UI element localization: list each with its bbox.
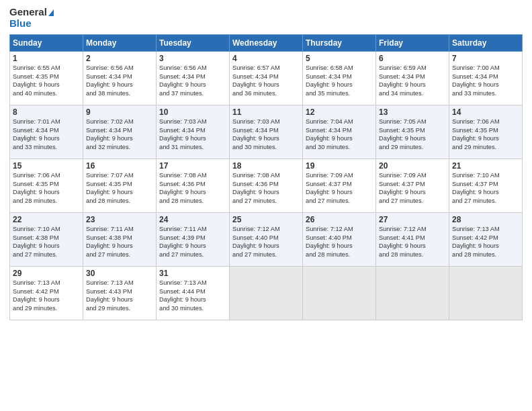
day-number: 17 <box>159 161 226 171</box>
logo: General Blue <box>9 7 54 29</box>
cell-info: Sunrise: 7:03 AMSunset: 4:34 PMDaylight:… <box>232 118 300 151</box>
weekday-thursday: Thursday <box>303 35 376 52</box>
calendar-cell <box>303 267 376 320</box>
calendar-cell: 15Sunrise: 7:06 AMSunset: 4:35 PMDayligh… <box>10 159 83 213</box>
cell-info: Sunrise: 7:00 AMSunset: 4:34 PMDaylight:… <box>452 64 519 97</box>
day-number: 2 <box>86 54 153 63</box>
cell-info: Sunrise: 7:02 AMSunset: 4:34 PMDaylight:… <box>86 118 153 151</box>
calendar-body: 1Sunrise: 6:55 AMSunset: 4:35 PMDaylight… <box>10 52 523 320</box>
calendar-cell: 10Sunrise: 7:03 AMSunset: 4:34 PMDayligh… <box>157 105 230 159</box>
weekday-monday: Monday <box>83 35 157 52</box>
calendar-cell: 7Sunrise: 7:00 AMSunset: 4:34 PMDaylight… <box>449 52 523 105</box>
cell-info: Sunrise: 7:13 AMSunset: 4:43 PMDaylight:… <box>86 279 153 312</box>
cell-info: Sunrise: 7:06 AMSunset: 4:35 PMDaylight:… <box>13 171 80 205</box>
calendar-cell: 17Sunrise: 7:08 AMSunset: 4:36 PMDayligh… <box>157 159 230 213</box>
cell-info: Sunrise: 7:09 AMSunset: 4:37 PMDaylight:… <box>379 171 446 205</box>
calendar-cell <box>230 267 303 320</box>
day-number: 20 <box>379 161 446 171</box>
day-number: 14 <box>452 107 519 117</box>
calendar-cell: 3Sunrise: 6:56 AMSunset: 4:34 PMDaylight… <box>157 52 230 105</box>
calendar-cell: 12Sunrise: 7:04 AMSunset: 4:34 PMDayligh… <box>303 105 376 159</box>
calendar-cell: 4Sunrise: 6:57 AMSunset: 4:34 PMDaylight… <box>230 52 303 105</box>
cell-info: Sunrise: 6:56 AMSunset: 4:34 PMDaylight:… <box>86 64 153 97</box>
day-number: 13 <box>379 107 446 117</box>
cell-info: Sunrise: 7:04 AMSunset: 4:34 PMDaylight:… <box>306 118 373 151</box>
calendar-cell: 14Sunrise: 7:06 AMSunset: 4:35 PMDayligh… <box>449 105 523 159</box>
day-number: 31 <box>159 269 226 278</box>
day-number: 24 <box>159 215 226 224</box>
day-number: 11 <box>232 107 300 117</box>
calendar-cell: 30Sunrise: 7:13 AMSunset: 4:43 PMDayligh… <box>83 267 157 320</box>
day-number: 27 <box>379 215 446 224</box>
day-number: 1 <box>13 54 80 63</box>
calendar-cell: 22Sunrise: 7:10 AMSunset: 4:38 PMDayligh… <box>10 213 83 267</box>
calendar-cell: 6Sunrise: 6:59 AMSunset: 4:34 PMDaylight… <box>376 52 449 105</box>
weekday-tuesday: Tuesday <box>157 35 230 52</box>
cell-info: Sunrise: 6:57 AMSunset: 4:34 PMDaylight:… <box>232 64 300 97</box>
day-number: 30 <box>86 269 153 278</box>
calendar-cell: 1Sunrise: 6:55 AMSunset: 4:35 PMDaylight… <box>10 52 83 105</box>
calendar-cell: 5Sunrise: 6:58 AMSunset: 4:34 PMDaylight… <box>303 52 376 105</box>
cell-info: Sunrise: 7:12 AMSunset: 4:40 PMDaylight:… <box>306 225 373 259</box>
cell-info: Sunrise: 7:05 AMSunset: 4:35 PMDaylight:… <box>379 118 446 151</box>
calendar-cell: 31Sunrise: 7:13 AMSunset: 4:44 PMDayligh… <box>157 267 230 320</box>
cell-info: Sunrise: 6:59 AMSunset: 4:34 PMDaylight:… <box>379 64 446 97</box>
cell-info: Sunrise: 7:11 AMSunset: 4:39 PMDaylight:… <box>159 225 226 259</box>
cell-info: Sunrise: 7:13 AMSunset: 4:42 PMDaylight:… <box>13 279 80 312</box>
weekday-wednesday: Wednesday <box>230 35 303 52</box>
day-number: 22 <box>13 215 80 224</box>
cell-info: Sunrise: 7:13 AMSunset: 4:44 PMDaylight:… <box>159 279 226 312</box>
weekday-saturday: Saturday <box>449 35 523 52</box>
calendar-cell: 16Sunrise: 7:07 AMSunset: 4:35 PMDayligh… <box>83 159 157 213</box>
week-row-5: 29Sunrise: 7:13 AMSunset: 4:42 PMDayligh… <box>10 267 523 320</box>
cell-info: Sunrise: 7:08 AMSunset: 4:36 PMDaylight:… <box>159 171 226 205</box>
calendar-cell: 20Sunrise: 7:09 AMSunset: 4:37 PMDayligh… <box>376 159 449 213</box>
cell-info: Sunrise: 7:13 AMSunset: 4:42 PMDaylight:… <box>452 225 519 259</box>
day-number: 6 <box>379 54 446 63</box>
day-number: 16 <box>86 161 153 171</box>
calendar-cell: 27Sunrise: 7:12 AMSunset: 4:41 PMDayligh… <box>376 213 449 267</box>
calendar-cell: 9Sunrise: 7:02 AMSunset: 4:34 PMDaylight… <box>83 105 157 159</box>
cell-info: Sunrise: 7:12 AMSunset: 4:41 PMDaylight:… <box>379 225 446 259</box>
header: General Blue <box>9 7 523 29</box>
cell-info: Sunrise: 7:08 AMSunset: 4:36 PMDaylight:… <box>232 171 300 205</box>
day-number: 15 <box>13 161 80 171</box>
day-number: 29 <box>13 269 80 278</box>
day-number: 8 <box>13 107 80 117</box>
cell-info: Sunrise: 7:11 AMSunset: 4:38 PMDaylight:… <box>86 225 153 259</box>
day-number: 4 <box>232 54 300 63</box>
logo-text: General Blue <box>9 7 54 29</box>
calendar-container: General Blue SundayMondayTuesdayWednesda… <box>0 0 532 411</box>
cell-info: Sunrise: 6:56 AMSunset: 4:34 PMDaylight:… <box>159 64 226 97</box>
day-number: 26 <box>306 215 373 224</box>
day-number: 3 <box>159 54 226 63</box>
weekday-friday: Friday <box>376 35 449 52</box>
cell-info: Sunrise: 7:03 AMSunset: 4:34 PMDaylight:… <box>159 118 226 151</box>
day-number: 10 <box>159 107 226 117</box>
day-number: 7 <box>452 54 519 63</box>
week-row-1: 1Sunrise: 6:55 AMSunset: 4:35 PMDaylight… <box>10 52 523 105</box>
cell-info: Sunrise: 7:01 AMSunset: 4:34 PMDaylight:… <box>13 118 80 151</box>
week-row-4: 22Sunrise: 7:10 AMSunset: 4:38 PMDayligh… <box>10 213 523 267</box>
calendar-cell: 24Sunrise: 7:11 AMSunset: 4:39 PMDayligh… <box>157 213 230 267</box>
day-number: 21 <box>452 161 519 171</box>
calendar-cell: 11Sunrise: 7:03 AMSunset: 4:34 PMDayligh… <box>230 105 303 159</box>
cell-info: Sunrise: 7:10 AMSunset: 4:37 PMDaylight:… <box>452 171 519 205</box>
calendar-cell: 29Sunrise: 7:13 AMSunset: 4:42 PMDayligh… <box>10 267 83 320</box>
calendar-cell: 23Sunrise: 7:11 AMSunset: 4:38 PMDayligh… <box>83 213 157 267</box>
calendar-table: SundayMondayTuesdayWednesdayThursdayFrid… <box>9 34 523 320</box>
day-number: 19 <box>306 161 373 171</box>
cell-info: Sunrise: 7:09 AMSunset: 4:37 PMDaylight:… <box>306 171 373 205</box>
cell-info: Sunrise: 7:06 AMSunset: 4:35 PMDaylight:… <box>452 118 519 151</box>
week-row-3: 15Sunrise: 7:06 AMSunset: 4:35 PMDayligh… <box>10 159 523 213</box>
week-row-2: 8Sunrise: 7:01 AMSunset: 4:34 PMDaylight… <box>10 105 523 159</box>
weekday-header-row: SundayMondayTuesdayWednesdayThursdayFrid… <box>10 35 523 52</box>
cell-info: Sunrise: 7:07 AMSunset: 4:35 PMDaylight:… <box>86 171 153 205</box>
calendar-cell <box>449 267 523 320</box>
cell-info: Sunrise: 6:58 AMSunset: 4:34 PMDaylight:… <box>306 64 373 97</box>
calendar-cell: 8Sunrise: 7:01 AMSunset: 4:34 PMDaylight… <box>10 105 83 159</box>
calendar-cell: 18Sunrise: 7:08 AMSunset: 4:36 PMDayligh… <box>230 159 303 213</box>
day-number: 25 <box>232 215 300 224</box>
calendar-cell: 26Sunrise: 7:12 AMSunset: 4:40 PMDayligh… <box>303 213 376 267</box>
day-number: 18 <box>232 161 300 171</box>
